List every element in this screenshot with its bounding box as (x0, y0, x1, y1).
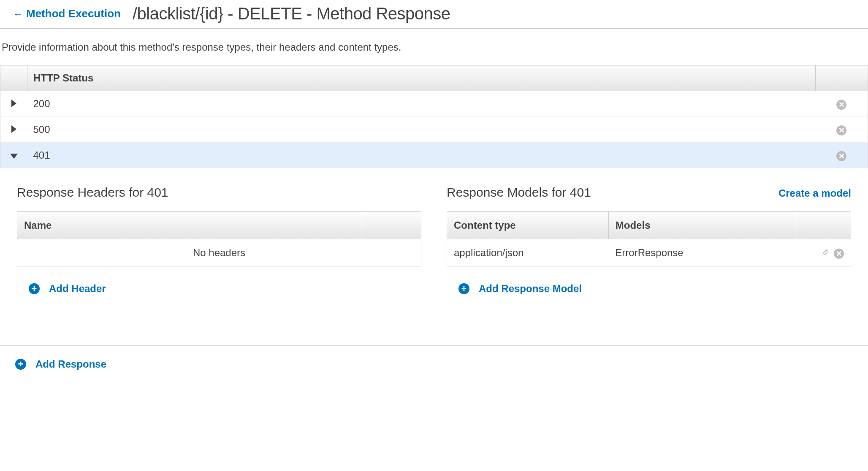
table-header-row: Content type Models (447, 212, 851, 239)
add-response-button[interactable]: + Add Response (15, 358, 106, 370)
model-cell: ErrorResponse (608, 239, 796, 267)
table-header-row: Name (17, 212, 421, 239)
col-models-header: Models (608, 212, 796, 239)
back-link[interactable]: ← Method Execution (13, 7, 121, 20)
edit-icon[interactable]: ✎ (822, 248, 829, 259)
add-header-button[interactable]: + Add Header (29, 283, 106, 295)
response-models-title: Response Models for 401 (447, 185, 591, 200)
empty-text: No headers (17, 239, 421, 267)
col-expand-header (0, 65, 27, 91)
status-code[interactable]: 200 (27, 91, 816, 117)
model-row: application/json ErrorResponse ✎ ✕ (447, 239, 851, 267)
response-headers-panel: Response Headers for 401 Name No headers… (17, 185, 421, 295)
page-description: Provide information about this method's … (0, 29, 868, 65)
create-model-link[interactable]: Create a model (778, 187, 851, 199)
page-header: ← Method Execution /blacklist/{id} - DEL… (0, 0, 868, 29)
col-status-header: HTTP Status (27, 65, 816, 91)
status-row: 200 ✕ (0, 91, 868, 117)
delete-icon[interactable]: ✕ (834, 249, 844, 259)
col-action-header (816, 65, 868, 91)
chevron-right-icon[interactable] (11, 100, 16, 107)
delete-icon[interactable]: ✕ (836, 125, 846, 135)
status-row-selected: 401 ✕ (0, 143, 868, 168)
table-header-row: HTTP Status (0, 65, 868, 91)
plus-icon: + (15, 359, 26, 370)
delete-icon[interactable]: ✕ (836, 100, 846, 110)
response-headers-title: Response Headers for 401 (17, 185, 168, 200)
arrow-left-icon: ← (13, 9, 23, 19)
plus-icon: + (29, 283, 40, 294)
col-content-type-header: Content type (447, 212, 609, 239)
add-response-model-button[interactable]: + Add Response Model (458, 283, 582, 295)
col-name-header: Name (17, 212, 362, 239)
add-response-label: Add Response (35, 358, 106, 370)
col-actions-header (362, 212, 421, 239)
response-headers-table: Name No headers (17, 211, 421, 267)
response-models-panel: Response Models for 401 Create a model C… (447, 185, 851, 295)
status-code[interactable]: 500 (27, 117, 816, 143)
back-link-label: Method Execution (26, 7, 121, 20)
chevron-down-icon[interactable] (10, 154, 18, 159)
http-status-table: HTTP Status 200 ✕ 500 ✕ 401 (0, 65, 868, 168)
status-code[interactable]: 401 (27, 143, 816, 168)
col-actions-header (796, 212, 851, 239)
content-type-cell: application/json (447, 239, 609, 267)
page-title: /blacklist/{id} - DELETE - Method Respon… (133, 4, 450, 23)
add-header-label: Add Header (49, 283, 106, 295)
chevron-right-icon[interactable] (11, 125, 16, 133)
empty-row: No headers (17, 239, 421, 267)
delete-icon[interactable]: ✕ (836, 151, 846, 161)
status-row: 500 ✕ (0, 117, 868, 143)
add-response-model-label: Add Response Model (479, 283, 582, 295)
plus-icon: + (458, 283, 469, 294)
response-models-table: Content type Models application/json Err… (447, 211, 851, 267)
